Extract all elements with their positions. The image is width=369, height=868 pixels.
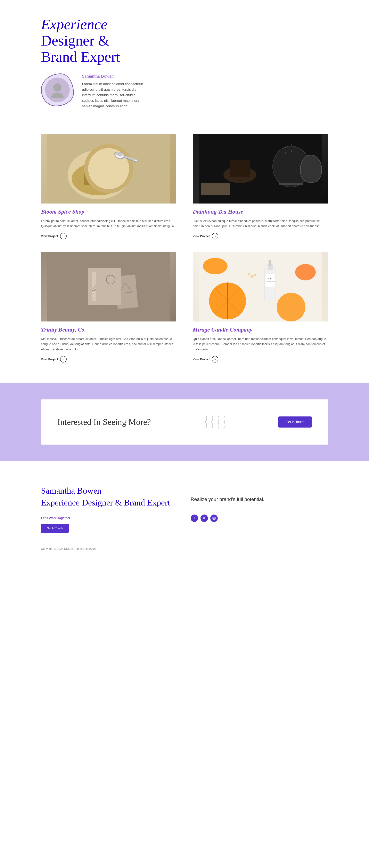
svg-rect-13 xyxy=(279,183,303,185)
cta-section: Interested In Seeing More? Get In Touch xyxy=(0,383,369,461)
view-project-link-trinity-beauty[interactable]: View Project → xyxy=(41,356,176,363)
svg-rect-7 xyxy=(105,145,114,161)
arrow-circle-icon-4: → xyxy=(212,356,218,363)
project-image-dianhong-tea xyxy=(193,134,328,204)
cta-squiggle-decoration xyxy=(168,412,266,432)
svg-point-4 xyxy=(72,162,125,195)
avatar xyxy=(45,78,70,102)
twitter-x-icon[interactable]: ✕ xyxy=(200,515,208,522)
svg-point-1 xyxy=(51,93,64,98)
cta-text: Interested In Seeing More? xyxy=(57,417,156,427)
cta-get-in-touch-button[interactable]: Get In Touch xyxy=(278,416,312,428)
projects-section: Bloom Spice Shop Lorem ipsum dolor sit a… xyxy=(0,121,369,375)
footer: Samantha Bowen Experience Designer & Bra… xyxy=(0,469,369,557)
project-image-bloom-spice xyxy=(41,134,176,204)
svg-text:DIVI: DIVI xyxy=(268,278,271,280)
squiggle-icon xyxy=(200,412,233,432)
footer-left: Samantha Bowen Experience Designer & Bra… xyxy=(41,486,178,533)
svg-point-39 xyxy=(215,517,215,518)
instagram-icon[interactable] xyxy=(210,515,218,522)
project-title-trinity-beauty: Trinity Beauty, Co. xyxy=(41,327,176,333)
view-project-link-mirage-candle[interactable]: View Project → xyxy=(193,356,328,363)
project-desc-bloom-spice: Lorem ipsum dolor sit amet, consectetur … xyxy=(41,218,176,229)
footer-brand-name: Samantha Bowen xyxy=(41,486,178,496)
project-title-dianhong-tea: Dianhong Tea House xyxy=(193,209,328,215)
svg-rect-10 xyxy=(230,160,250,177)
svg-rect-8 xyxy=(199,134,322,204)
project-desc-dianhong-tea: Luctus lectus non quisque turpie bibendu… xyxy=(193,218,328,229)
footer-lets-work: Let's Work Together xyxy=(41,516,178,520)
hero-title: Experience Designer & Brand Expert xyxy=(41,17,143,65)
svg-rect-12 xyxy=(303,164,316,168)
spice-image-svg xyxy=(41,134,176,204)
svg-point-36 xyxy=(254,274,256,276)
project-title-bloom-spice: Bloom Spice Shop xyxy=(41,209,176,215)
project-card-mirage-candle: DIVI serum essence Mirage Candle Company… xyxy=(193,252,328,363)
svg-rect-19 xyxy=(115,275,138,309)
svg-rect-31 xyxy=(266,274,275,287)
svg-point-0 xyxy=(53,83,62,92)
svg-rect-5 xyxy=(84,168,113,185)
project-image-mirage-candle: DIVI serum essence xyxy=(193,252,328,321)
project-image-trinity-beauty xyxy=(41,252,176,321)
footer-brand-tagline: Experience Designer & Brand Expert xyxy=(41,497,178,508)
bio-content: Samantha Bowen Lorem ipsum dolor sit ame… xyxy=(82,73,143,109)
bio-text: Lorem ipsum dolor sit amet consectetur a… xyxy=(82,81,143,109)
project-desc-trinity-beauty: Nisl massa, ultrices vitae ornare sit am… xyxy=(41,336,176,352)
footer-copyright: Copyright © 2024 Divi. All Rights Reserv… xyxy=(0,541,369,557)
footer-right: Realize your brand's full potential. f ✕ xyxy=(191,486,328,533)
tea-image-svg xyxy=(193,134,328,204)
svg-rect-30 xyxy=(269,260,271,266)
svg-line-6 xyxy=(100,150,107,179)
avatar-container xyxy=(41,73,74,106)
facebook-icon[interactable]: f xyxy=(191,515,198,522)
project-card-bloom-spice: Bloom Spice Shop Lorem ipsum dolor sit a… xyxy=(41,134,176,240)
svg-text:serum essence: serum essence xyxy=(267,281,275,282)
cta-box: Interested In Seeing More? Get In Touch xyxy=(41,399,328,444)
bio-name: Samantha Bowen xyxy=(82,73,143,79)
svg-point-35 xyxy=(248,273,250,275)
project-card-dianhong-tea: Dianhong Tea House Luctus lectus non qui… xyxy=(193,134,328,240)
hero-bio: Samantha Bowen Lorem ipsum dolor sit ame… xyxy=(41,73,143,109)
view-project-link-dianhong-tea[interactable]: View Project → xyxy=(193,233,328,240)
footer-tagline: Realize your brand's full potential. xyxy=(191,496,328,502)
svg-rect-14 xyxy=(47,252,170,321)
svg-point-27 xyxy=(277,293,305,321)
arrow-circle-icon-2: → xyxy=(212,233,218,240)
svg-point-34 xyxy=(250,275,254,278)
candle-image-svg: DIVI serum essence xyxy=(193,252,328,321)
project-card-trinity-beauty: Trinity Beauty, Co. Nisl massa, ultrices… xyxy=(41,252,176,363)
projects-grid: Bloom Spice Shop Lorem ipsum dolor sit a… xyxy=(41,134,328,363)
footer-get-in-touch-button[interactable]: Get In Touch xyxy=(41,524,69,533)
social-icons: f ✕ xyxy=(191,515,328,522)
view-project-link-bloom-spice[interactable]: View Project → xyxy=(41,233,176,240)
svg-marker-18 xyxy=(95,282,106,290)
arrow-circle-icon: → xyxy=(60,233,67,240)
svg-point-38 xyxy=(213,518,215,519)
svg-rect-2 xyxy=(47,134,170,204)
footer-content: Samantha Bowen Experience Designer & Bra… xyxy=(0,469,369,541)
arrow-circle-icon-3: → xyxy=(60,356,67,363)
avatar-blob xyxy=(41,73,74,106)
svg-rect-16 xyxy=(92,272,109,301)
project-title-mirage-candle: Mirage Candle Company xyxy=(193,327,328,333)
svg-rect-15 xyxy=(88,268,113,305)
beauty-image-svg xyxy=(41,252,176,321)
avatar-silhouette-icon xyxy=(49,82,66,98)
hero-section: Experience Designer & Brand Expert Saman… xyxy=(0,0,184,121)
project-desc-mirage-candle: Quis blandit erat. Donec laoreet libero … xyxy=(193,336,328,352)
